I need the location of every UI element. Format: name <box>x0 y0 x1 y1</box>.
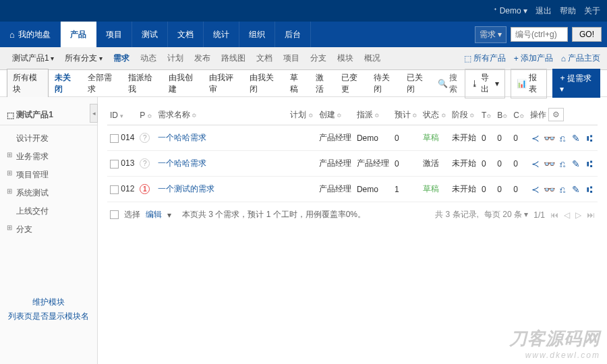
tree-node[interactable]: 业务需求 <box>7 148 90 166</box>
split-icon[interactable]: ⑆ <box>584 133 595 144</box>
story-link[interactable]: 一个哈哈需求 <box>158 158 206 168</box>
change-icon[interactable]: ≺ <box>530 133 541 144</box>
select-all-checkbox[interactable] <box>110 210 119 219</box>
maintain-module-link[interactable]: 维护模块 <box>0 295 97 309</box>
nav-test[interactable]: 测试 <box>132 22 168 47</box>
nav-product[interactable]: 产品 <box>61 22 96 47</box>
subnav-roadmap[interactable]: 路线图 <box>216 53 251 64</box>
split-icon[interactable]: ⑆ <box>584 184 595 195</box>
change-icon[interactable]: ≺ <box>530 158 541 169</box>
subnav-doc[interactable]: 文档 <box>251 53 278 64</box>
add-product-link[interactable]: +添加产品 <box>514 53 553 64</box>
review-icon[interactable]: 👓 <box>544 184 554 195</box>
tree-node[interactable]: 系统测试 <box>7 184 90 202</box>
col-status[interactable]: 状态 ≎ <box>420 105 449 125</box>
decompose-icon[interactable]: ⎌ <box>557 184 568 195</box>
all-products-link[interactable]: ⬚所有产品 <box>464 53 506 64</box>
nav-my-dashboard[interactable]: ⌂ 我的地盘 <box>0 22 61 47</box>
nav-doc[interactable]: 文档 <box>168 22 204 47</box>
col-create[interactable]: 创建 ≎ <box>316 105 354 125</box>
product-selector[interactable]: 测试产品1 <box>7 50 59 67</box>
gear-icon[interactable]: ⚙ <box>548 108 564 121</box>
search-toggle[interactable]: 🔍搜索 <box>438 72 463 95</box>
row-checkbox[interactable] <box>110 160 119 169</box>
edit-icon[interactable]: ✎ <box>571 133 581 144</box>
nav-admin[interactable]: 后台 <box>275 22 311 47</box>
search-type-select[interactable]: 需求 ▾ <box>475 26 507 43</box>
subnav-dynamic[interactable]: 动态 <box>135 53 162 64</box>
filter-all[interactable]: 全部需求 <box>83 72 122 95</box>
story-link[interactable]: 一个哈哈需求 <box>158 133 206 142</box>
go-button[interactable]: GO! <box>572 27 602 42</box>
story-link[interactable]: 一个测试的需求 <box>158 184 214 193</box>
tree-node[interactable]: 项目管理 <box>7 166 90 184</box>
col-id[interactable]: ID ▾ <box>107 105 137 125</box>
branch-selector[interactable]: 所有分支 <box>59 50 108 67</box>
review-icon[interactable]: 👓 <box>544 133 554 144</box>
split-icon[interactable]: ⑆ <box>584 158 595 169</box>
last-page-icon[interactable]: ⏭ <box>587 210 595 220</box>
next-page-icon[interactable]: ▷ <box>575 210 581 220</box>
row-checkbox[interactable] <box>110 134 119 143</box>
subnav-module[interactable]: 模块 <box>332 53 359 64</box>
submit-story-button[interactable]: + 提需求 ▾ <box>552 69 600 98</box>
review-icon[interactable]: 👓 <box>544 158 554 169</box>
col-stage[interactable]: 阶段 ≎ <box>449 105 479 125</box>
filter-pending-close[interactable]: 待关闭 <box>369 72 401 95</box>
first-page-icon[interactable]: ⏮ <box>550 210 558 220</box>
search-input[interactable] <box>511 27 568 42</box>
filter-not-closed[interactable]: 未关闭 <box>50 72 82 95</box>
filter-changed[interactable]: 已变更 <box>337 72 368 95</box>
filter-closed[interactable]: 已关闭 <box>402 72 434 95</box>
product-home-link[interactable]: ⌂产品主页 <box>561 53 600 64</box>
edit-icon[interactable]: ✎ <box>571 158 581 169</box>
sidebar-toggle[interactable]: ◂ <box>90 104 98 123</box>
filter-created-by-me[interactable]: 由我创建 <box>164 72 203 95</box>
main-nav: ⌂ 我的地盘 产品 项目 测试 文档 统计 组织 后台 需求 ▾ GO! <box>0 22 607 47</box>
table-row: 014?一个哈哈需求产品经理Demo0草稿未开始000≺👓⎌✎⑆ <box>107 125 598 151</box>
row-checkbox[interactable] <box>110 185 119 194</box>
nav-org[interactable]: 组织 <box>239 22 275 47</box>
subnav-overview[interactable]: 概况 <box>359 53 386 64</box>
col-est[interactable]: 预计 ≎ <box>392 105 421 125</box>
decompose-icon[interactable]: ⎌ <box>557 133 568 144</box>
all-modules-button[interactable]: 所有模块 <box>7 69 49 98</box>
subnav-release[interactable]: 发布 <box>189 53 216 64</box>
filter-assigned-to-me[interactable]: 指派给我 <box>123 72 163 95</box>
batch-edit-button[interactable]: 编辑 <box>146 209 162 220</box>
about-link[interactable]: 关于 <box>584 5 600 17</box>
per-page-select[interactable]: 每页 20 条 ▾ <box>484 209 528 220</box>
tree-node[interactable]: 设计开发 <box>7 129 90 148</box>
show-module-name-link[interactable]: 列表页是否显示模块名 <box>0 309 97 324</box>
filter-active[interactable]: 激活 <box>311 72 335 95</box>
filter-draft[interactable]: 草稿 <box>285 72 310 95</box>
tree-node[interactable]: 分支 <box>7 220 90 239</box>
col-pri[interactable]: P ≎ <box>137 105 155 125</box>
subnav-branch[interactable]: 分支 <box>305 53 332 64</box>
change-icon[interactable]: ≺ <box>530 184 541 195</box>
col-assign[interactable]: 指派 ≎ <box>354 105 392 125</box>
edit-icon[interactable]: ✎ <box>571 184 581 195</box>
prev-page-icon[interactable]: ◁ <box>564 210 570 220</box>
col-name[interactable]: 需求名称 ≎ <box>155 105 288 125</box>
nav-stats[interactable]: 统计 <box>204 22 239 47</box>
col-t[interactable]: T≎ <box>479 105 494 125</box>
subnav-story[interactable]: 需求 <box>108 53 135 64</box>
filter-reviewed-by-me[interactable]: 由我评审 <box>204 72 243 95</box>
col-b[interactable]: B≎ <box>494 105 511 125</box>
help-link[interactable]: 帮助 <box>560 5 576 17</box>
sidebar-title[interactable]: ⬚ 测试产品1 <box>0 105 97 125</box>
decompose-icon[interactable]: ⎌ <box>557 158 568 169</box>
subnav-plan[interactable]: 计划 <box>162 53 189 64</box>
subnav-project[interactable]: 项目 <box>278 53 305 64</box>
logout-link[interactable]: 退出 <box>536 5 552 17</box>
tree-node[interactable]: 上线交付 <box>7 202 90 220</box>
col-plan[interactable]: 计划 ≎ <box>287 105 316 125</box>
report-button[interactable]: 📊报表 <box>511 69 548 98</box>
priority-badge: 1 <box>140 184 150 194</box>
filter-closed-by-me[interactable]: 由我关闭 <box>245 72 284 95</box>
export-button[interactable]: ⭳导出 ▾ <box>465 69 505 98</box>
col-c[interactable]: C≎ <box>511 105 527 125</box>
nav-project[interactable]: 项目 <box>96 22 132 47</box>
user-menu[interactable]: ᕀ Demo ▾ <box>494 6 527 16</box>
